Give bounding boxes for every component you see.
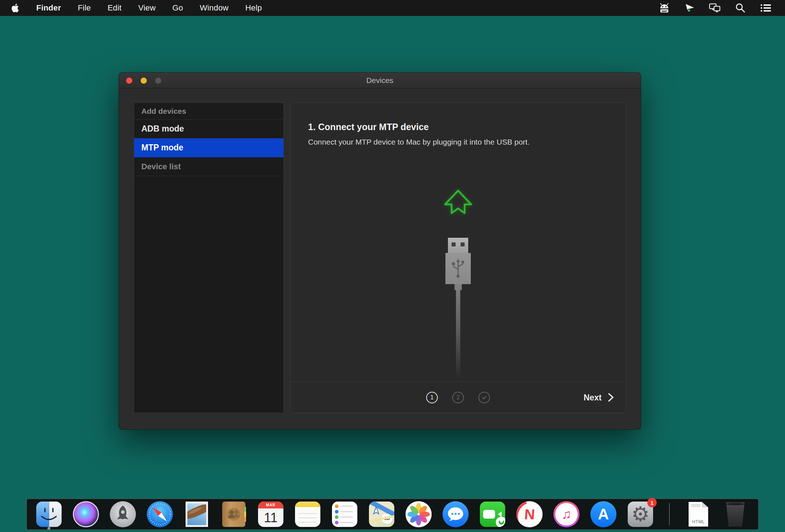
menu-bar: Finder File Edit View Go Window Help [0,0,785,16]
window-title: Devices [119,76,641,85]
green-up-arrow-icon [444,189,473,233]
menu-item-window[interactable]: Window [200,3,228,13]
messages-icon [443,501,469,527]
devices-window: Devices Add devices ADB mode MTP mode De… [119,72,641,429]
dock-item-messages[interactable] [442,501,469,528]
menu-item-file[interactable]: File [78,3,91,13]
photos-icon [406,501,432,527]
finder-icon [36,502,62,527]
siri-icon [73,501,99,527]
music-icon: ♫ [553,501,580,527]
dock-item-siri[interactable] [72,501,99,528]
check-icon [481,395,487,400]
calendar-icon: MAR 11 [258,502,283,527]
step-2-indicator: 2 [452,392,464,403]
title-bar[interactable]: Devices [119,72,641,88]
dock-item-finder[interactable] [36,501,62,528]
news-icon: N [516,501,543,527]
sidebar: Add devices ADB mode MTP mode Device lis… [134,103,284,413]
html-file-label: HTML [689,519,708,524]
maps-icon: 3D [369,502,394,527]
dock-divider [669,503,670,525]
search-icon[interactable] [734,3,747,13]
news-letter: N [524,506,535,523]
screen-share-icon[interactable] [684,3,696,13]
sidebar-header-add-devices: Add devices [134,103,283,120]
menu-item-go[interactable]: Go [173,3,183,13]
chevron-right-icon [607,393,615,402]
menu-item-view[interactable]: View [138,3,155,13]
calendar-month: MAR [258,502,283,508]
list-icon[interactable] [760,3,772,13]
dock-item-html-file[interactable]: HTML [685,501,712,528]
music-note-glyph: ♫ [562,507,572,522]
dock-item-safari[interactable] [146,501,173,528]
app-store-icon: A [590,501,616,527]
mail-icon [186,502,208,527]
next-button[interactable]: Next [583,392,615,402]
dock-item-music[interactable]: ♫ [553,501,580,528]
safari-icon [147,501,173,527]
step-title: 1. Connect your MTP device [308,122,429,132]
menu-item-help[interactable]: Help [245,3,262,13]
step-done-indicator [478,392,490,403]
android-icon[interactable] [658,3,670,13]
usb-cable [456,290,460,379]
menu-item-edit[interactable]: Edit [108,3,122,13]
step-description: Connect your MTP device to Mac by pluggi… [308,138,529,146]
html-file-icon: HTML [689,502,708,527]
contacts-icon [222,502,245,527]
launchpad-icon [110,501,136,527]
sidebar-item-device-list[interactable]: Device list [134,157,283,176]
dock-item-calendar[interactable]: MAR 11 [257,501,284,528]
dock-item-notes[interactable] [294,501,321,528]
zoom-button [155,78,161,84]
calendar-day: 11 [258,508,283,527]
sidebar-item-adb-mode[interactable]: ADB mode [134,120,283,138]
usb-trident-icon [449,256,468,281]
usb-illustration [291,103,626,413]
desktop: Finder File Edit View Go Window Help [0,0,785,532]
menu-item-finder[interactable]: Finder [36,3,61,13]
content-panel: 1. Connect your MTP device Connect your … [290,103,626,413]
displays-icon[interactable] [709,3,721,13]
notification-badge: 1 [647,498,657,507]
trash-icon [725,502,746,527]
step-indicator: 1 2 [426,392,490,403]
dock-item-mail[interactable] [183,501,210,528]
reminders-icon [332,502,357,527]
dock-item-app-store[interactable]: A [590,501,617,528]
sidebar-item-mtp-mode[interactable]: MTP mode [134,138,283,157]
next-label: Next [583,392,602,402]
dock-item-trash[interactable] [722,501,749,528]
wizard-footer: 1 2 Next [291,382,626,413]
dock-item-system-preferences[interactable]: ⚙ 1 [627,501,654,528]
dock-item-contacts[interactable] [220,501,247,528]
close-button[interactable] [126,78,132,84]
step-1-indicator: 1 [426,392,438,403]
dock-item-photos[interactable] [405,501,432,528]
dock-item-launchpad[interactable] [109,501,136,528]
dock-item-facetime[interactable] [479,501,506,528]
facetime-icon [480,502,505,527]
dock-item-reminders[interactable] [331,501,358,528]
gear-icon: ⚙ [631,504,649,524]
minimize-button[interactable] [141,78,147,84]
dock-item-maps[interactable]: 3D [368,501,395,528]
apple-logo-icon [11,3,20,13]
app-store-letter: A [598,506,609,523]
dock: MAR 11 [26,499,759,530]
usb-plug-icon [445,238,471,379]
apple-menu[interactable] [11,3,20,13]
dock-item-news[interactable]: N [516,501,543,528]
notes-icon [295,502,320,527]
